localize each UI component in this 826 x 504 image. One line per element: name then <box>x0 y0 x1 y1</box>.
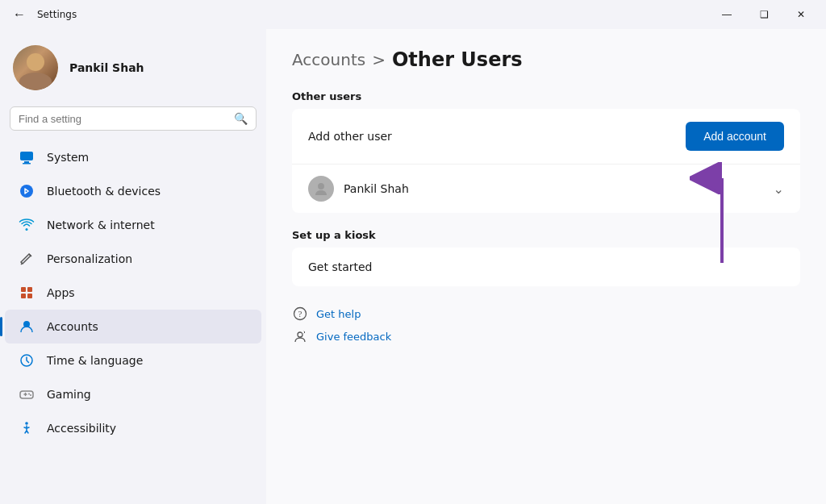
get-started-label: Get started <box>308 260 373 273</box>
footer-links: ? Get help Give feedback <box>292 306 800 344</box>
window-controls: — ❑ ✕ <box>708 2 820 27</box>
apps-icon <box>18 284 35 302</box>
svg-point-17 <box>298 332 302 337</box>
svg-point-13 <box>25 422 28 425</box>
breadcrumb-current: Other Users <box>392 48 523 71</box>
titlebar-left: ← Settings <box>10 4 77 25</box>
sidebar-item-system[interactable]: System <box>5 140 261 174</box>
sidebar-item-label: Apps <box>47 286 75 299</box>
breadcrumb-parent: Accounts <box>292 50 365 69</box>
sidebar-item-time[interactable]: Time & language <box>5 344 261 377</box>
user-avatar-small <box>308 176 334 202</box>
sidebar-item-label: Network & internet <box>47 219 155 231</box>
app-body: Pankil Shah 🔍 System <box>0 29 826 504</box>
search-input[interactable] <box>19 113 227 125</box>
kiosk-section-label: Set up a kiosk <box>292 229 800 241</box>
other-users-section-label: Other users <box>292 90 800 102</box>
add-other-user-label: Add other user <box>308 130 686 143</box>
sidebar-item-network[interactable]: Network & internet <box>5 208 261 242</box>
sidebar-item-personalization[interactable]: Personalization <box>5 242 261 276</box>
kiosk-card: Get started <box>292 248 800 286</box>
help-icon: ? <box>292 306 308 322</box>
sidebar-item-label: Accessibility <box>47 422 116 435</box>
back-button[interactable]: ← <box>10 4 29 25</box>
sidebar-item-label: Accounts <box>47 320 98 333</box>
app-title: Settings <box>37 9 77 20</box>
svg-rect-6 <box>21 294 26 298</box>
search-icon: 🔍 <box>234 112 248 125</box>
sidebar-item-label: Personalization <box>47 252 132 265</box>
sidebar-item-apps[interactable]: Apps <box>5 276 261 310</box>
get-started-row[interactable]: Get started <box>292 248 800 286</box>
svg-rect-2 <box>23 163 31 165</box>
close-button[interactable]: ✕ <box>782 2 820 27</box>
svg-point-12 <box>30 394 31 396</box>
sidebar-item-label: System <box>47 151 89 164</box>
sidebar-item-accessibility[interactable]: Accessibility <box>5 411 261 445</box>
svg-point-11 <box>28 394 30 395</box>
chevron-down-icon: ⌄ <box>774 181 784 197</box>
sidebar-item-label: Bluetooth & devices <box>47 185 161 198</box>
give-feedback-link[interactable]: Give feedback <box>292 328 800 344</box>
maximize-button[interactable]: ❑ <box>745 2 782 27</box>
add-other-user-row: Add other user Add account <box>292 109 800 165</box>
network-icon <box>18 216 35 234</box>
user-profile[interactable]: Pankil Shah <box>0 35 266 106</box>
svg-rect-5 <box>27 287 32 292</box>
feedback-icon <box>292 328 308 344</box>
time-icon <box>18 352 35 369</box>
svg-point-14 <box>318 183 324 190</box>
avatar <box>13 45 58 90</box>
sidebar: Pankil Shah 🔍 System <box>0 29 266 504</box>
user-display-name: Pankil Shah <box>69 61 144 74</box>
bluetooth-icon <box>18 182 35 200</box>
avatar-image <box>13 45 58 90</box>
breadcrumb: Accounts > Other Users <box>292 48 800 71</box>
give-feedback-label: Give feedback <box>316 331 391 343</box>
add-account-button[interactable]: Add account <box>686 122 784 151</box>
gaming-icon <box>18 385 35 403</box>
sidebar-item-label: Gaming <box>47 388 91 401</box>
sidebar-item-bluetooth[interactable]: Bluetooth & devices <box>5 174 261 208</box>
get-help-link[interactable]: ? Get help <box>292 306 800 322</box>
svg-rect-4 <box>21 287 26 292</box>
main-content: Accounts > Other Users Other users Add o… <box>266 29 826 504</box>
breadcrumb-separator: > <box>372 50 386 69</box>
user-list-row[interactable]: Pankil Shah ⌄ <box>292 165 800 213</box>
sidebar-item-accounts[interactable]: Accounts <box>5 310 261 344</box>
minimize-button[interactable]: — <box>708 2 745 27</box>
other-users-card: Add other user Add account Pankil Shah ⌄ <box>292 109 800 213</box>
sidebar-item-gaming[interactable]: Gaming <box>5 377 261 411</box>
personalization-icon <box>18 250 35 268</box>
sidebar-item-label: Time & language <box>47 354 143 367</box>
accounts-icon <box>18 318 35 335</box>
system-icon <box>18 148 35 166</box>
titlebar: ← Settings — ❑ ✕ <box>0 0 826 29</box>
user-row-name: Pankil Shah <box>344 182 764 195</box>
svg-point-3 <box>20 185 33 198</box>
svg-rect-7 <box>27 294 32 298</box>
accessibility-icon <box>18 419 35 437</box>
svg-text:?: ? <box>298 309 302 319</box>
svg-rect-1 <box>24 161 29 163</box>
get-help-label: Get help <box>316 308 361 320</box>
svg-rect-0 <box>20 152 33 160</box>
search-box[interactable]: 🔍 <box>10 106 257 131</box>
